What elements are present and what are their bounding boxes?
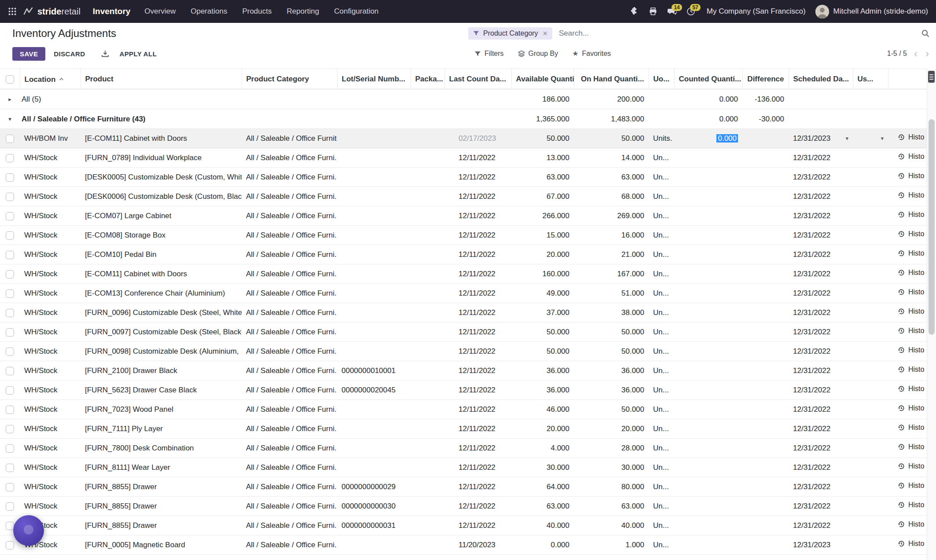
history-button[interactable]: Histo <box>898 211 924 219</box>
vertical-scrollbar[interactable] <box>927 69 936 560</box>
history-button[interactable]: Histo <box>898 404 924 412</box>
menu-products[interactable]: Products <box>242 7 272 16</box>
history-button[interactable]: Histo <box>898 501 924 509</box>
row-checkbox[interactable] <box>6 386 14 395</box>
header-product[interactable]: Product <box>81 69 242 89</box>
livechat-launcher-button[interactable] <box>13 515 44 546</box>
history-button[interactable]: Histo <box>898 133 924 141</box>
table-row[interactable]: WH/Stock[FURN_8855] DrawerAll / Saleable… <box>0 516 927 535</box>
row-checkbox[interactable] <box>6 270 14 278</box>
filters-button[interactable]: Filters <box>474 50 504 58</box>
history-button[interactable]: Histo <box>898 366 924 373</box>
history-button[interactable]: Histo <box>898 462 924 470</box>
row-checkbox[interactable] <box>6 251 14 259</box>
apply-all-button[interactable]: APPLY ALL <box>117 47 159 61</box>
history-button[interactable]: Histo <box>898 540 924 548</box>
table-row[interactable]: WH/BOM Inv[E-COM11] Cabinet with DoorsAl… <box>0 129 927 148</box>
menu-operations[interactable]: Operations <box>191 7 227 16</box>
toggle-columns-button[interactable] <box>928 71 935 83</box>
table-row[interactable]: WH/Stock[E-COM08] Storage BoxAll / Salea… <box>0 226 927 245</box>
header-user[interactable]: Us... <box>853 69 888 89</box>
table-row[interactable]: WH/Stock[FURN_0097] Customizable Desk (S… <box>0 322 927 342</box>
table-row[interactable]: WH/Stock[FURN_8855] DrawerAll / Saleable… <box>0 477 927 497</box>
history-button[interactable]: Histo <box>898 288 924 296</box>
table-row[interactable]: WH/Stock[FURN_2100] Drawer BlackAll / Sa… <box>0 361 927 381</box>
history-button[interactable]: Histo <box>898 346 924 354</box>
user-dropdown-caret-icon[interactable]: ▾ <box>881 129 884 148</box>
table-row[interactable]: WH/Stock[FURN_0096] Customizable Desk (S… <box>0 303 927 322</box>
table-row[interactable]: WH/Stock[FURN_7111] Ply LayerAll / Salea… <box>0 419 927 439</box>
company-switcher[interactable]: My Company (San Francisco) <box>707 7 806 16</box>
facet-remove-icon[interactable]: × <box>542 30 548 37</box>
row-checkbox[interactable] <box>6 541 14 549</box>
pager-previous-icon[interactable]: ‹ <box>913 49 918 58</box>
select-all-checkbox[interactable] <box>6 75 14 84</box>
history-button[interactable]: Histo <box>898 307 924 315</box>
save-button[interactable]: SAVE <box>12 47 45 61</box>
history-button[interactable]: Histo <box>898 443 924 451</box>
table-row[interactable]: WH/Stock[FURN_0789] Individual Workplace… <box>0 148 927 168</box>
table-row[interactable]: WH/Stock[FURN_8855] DrawerAll / Saleable… <box>0 497 927 516</box>
row-checkbox[interactable] <box>6 309 14 317</box>
date-picker-caret-icon[interactable]: ▾ <box>845 129 848 148</box>
search-icon[interactable] <box>921 29 930 38</box>
row-checkbox[interactable] <box>6 483 14 491</box>
history-button[interactable]: Histo <box>898 520 924 528</box>
print-icon[interactable] <box>649 7 657 16</box>
menu-overview[interactable]: Overview <box>144 7 176 16</box>
header-package[interactable]: Packa... <box>411 69 444 89</box>
history-button[interactable]: Histo <box>898 327 924 335</box>
table-row[interactable]: WH/Stock[FURN_7800] Desk CombinationAll … <box>0 439 927 458</box>
row-checkbox[interactable] <box>6 348 14 356</box>
table-row[interactable]: WH/Stock[E-COM11] Cabinet with DoorsAll … <box>0 264 927 284</box>
row-checkbox[interactable] <box>6 444 14 453</box>
group-by-button[interactable]: Group By <box>518 50 558 58</box>
table-row[interactable]: WH/Stock[DESK0006] Customizable Desk (Cu… <box>0 187 927 206</box>
user-menu[interactable]: Mitchell Admin (stride-demo) <box>815 5 928 18</box>
group-row[interactable]: ▸All (5)186.000200.0000.000-136.000 <box>0 89 927 109</box>
row-checkbox[interactable] <box>6 502 14 511</box>
row-checkbox[interactable] <box>6 193 14 201</box>
history-button[interactable]: Histo <box>898 249 924 257</box>
row-checkbox[interactable] <box>6 173 14 182</box>
header-difference[interactable]: Difference <box>742 69 789 89</box>
pager-next-icon[interactable]: › <box>925 49 930 58</box>
table-row[interactable]: WH/Stock[FURN_7023] Wood PanelAll / Sale… <box>0 400 927 419</box>
table-row[interactable]: WH/Stock[E-COM10] Pedal BinAll / Saleabl… <box>0 245 927 264</box>
scrollbar-thumb[interactable] <box>929 119 935 335</box>
caret-right-icon[interactable]: ▸ <box>8 96 11 102</box>
header-lot-serial[interactable]: Lot/Serial Numb... <box>337 69 411 89</box>
header-uom[interactable]: Uo... <box>649 69 674 89</box>
header-location[interactable]: Location <box>20 69 81 89</box>
history-button[interactable]: Histo <box>898 191 924 199</box>
export-icon[interactable] <box>99 48 111 59</box>
history-button[interactable]: Histo <box>898 385 924 393</box>
table-row[interactable]: WH/Stock[FURN_8111] Wear LayerAll / Sale… <box>0 458 927 477</box>
table-row[interactable]: WH/Stock[FURN_5623] Drawer Case BlackAll… <box>0 381 927 400</box>
menu-reporting[interactable]: Reporting <box>286 7 319 16</box>
header-counted-quantity[interactable]: Counted Quanti... <box>674 69 742 89</box>
counted-quantity-input[interactable]: 0.000 <box>716 134 738 143</box>
row-checkbox[interactable] <box>6 425 14 433</box>
header-last-count-date[interactable]: Last Count Da... <box>444 69 511 89</box>
discard-button[interactable]: DISCARD <box>51 47 88 61</box>
favorites-button[interactable]: ★ Favorites <box>572 50 611 58</box>
header-product-category[interactable]: Product Category <box>242 69 337 89</box>
table-row[interactable]: WH/Stock[DESK0005] Customizable Desk (Cu… <box>0 168 927 187</box>
row-checkbox[interactable] <box>6 212 14 220</box>
menu-configuration[interactable]: Configuration <box>334 7 378 16</box>
row-checkbox[interactable] <box>6 406 14 414</box>
table-row[interactable]: WH/Stock[FURN_0006] Monitor StandAll / S… <box>0 555 927 560</box>
table-row[interactable]: WH/Stock[FURN_0005] Magnetic BoardAll / … <box>0 535 927 555</box>
search-input[interactable]: Search... <box>559 29 921 38</box>
caret-down-icon[interactable]: ▾ <box>8 116 11 122</box>
activity-clock-icon[interactable]: 57 <box>686 7 695 16</box>
table-row[interactable]: WH/Stock[E-COM13] Conference Chair (Alum… <box>0 284 927 303</box>
puzzle-icon[interactable] <box>630 7 639 16</box>
group-row[interactable]: ▾All / Saleable / Office Furniture (43)1… <box>0 109 927 129</box>
header-available-quantity[interactable]: Available Quanti... <box>511 69 574 89</box>
row-checkbox[interactable] <box>6 154 14 162</box>
history-button[interactable]: Histo <box>898 172 924 180</box>
history-button[interactable]: Histo <box>898 230 924 238</box>
search-bar[interactable]: Product Category × Search... <box>468 27 930 40</box>
